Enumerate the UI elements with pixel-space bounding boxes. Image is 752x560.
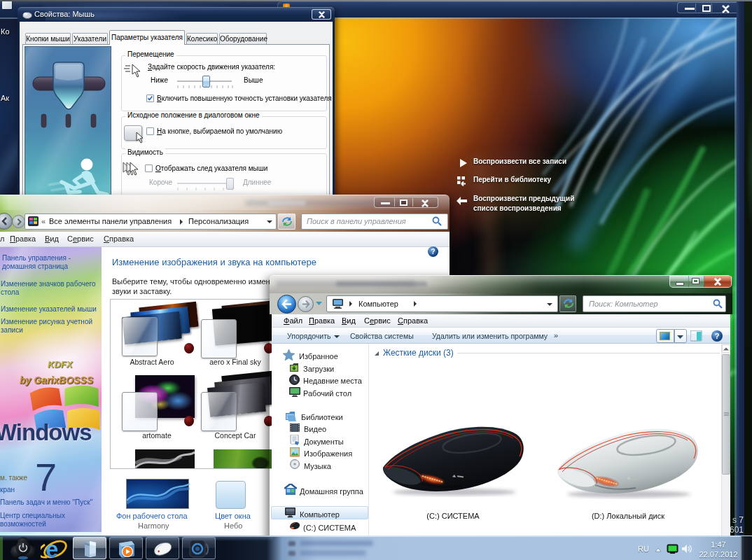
svg-text:e: e	[46, 538, 58, 560]
